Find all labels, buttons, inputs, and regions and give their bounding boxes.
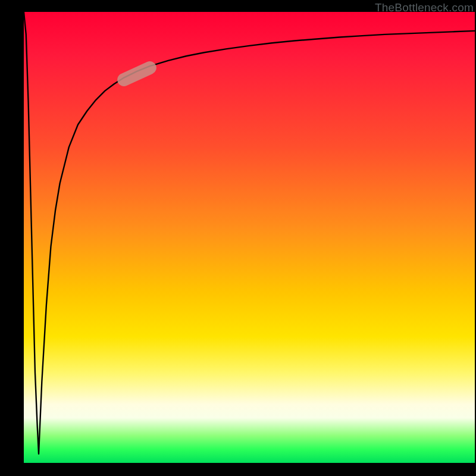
plot-area [24, 12, 475, 463]
attribution-label: TheBottleneck.com [375, 1, 474, 14]
curve-path [24, 12, 475, 454]
chart-frame: TheBottleneck.com [0, 0, 476, 476]
curve-layer [24, 12, 475, 463]
